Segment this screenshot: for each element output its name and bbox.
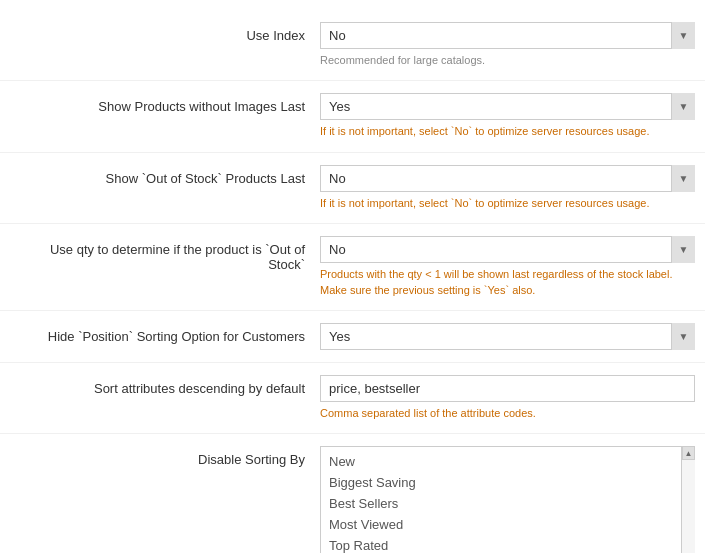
hint-use-index: Recommended for large catalogs. (320, 53, 695, 68)
select-wrapper-use-qty-out-of-stock: NoYes▼ (320, 236, 695, 263)
form-row-disable-sorting-by: Disable Sorting ByNewBiggest SavingBest … (0, 434, 705, 553)
form-row-show-products-without-images-last: Show Products without Images LastYesNo▼I… (0, 81, 705, 152)
multiselect-option[interactable]: Best Sellers (321, 493, 694, 514)
select-show-products-without-images-last[interactable]: YesNo (320, 93, 695, 120)
field-use-qty-out-of-stock: NoYes▼Products with the qty < 1 will be … (320, 236, 695, 298)
field-sort-attributes-descending: Comma separated list of the attribute co… (320, 375, 695, 421)
scroll-track (682, 460, 695, 553)
form-row-hide-position-sorting: Hide `Position` Sorting Option for Custo… (0, 311, 705, 363)
scrollbar: ▲▼ (681, 446, 695, 553)
scroll-up-button[interactable]: ▲ (682, 446, 695, 460)
form-row-use-index: Use IndexNoYes▼Recommended for large cat… (0, 10, 705, 81)
select-hide-position-sorting[interactable]: YesNo (320, 323, 695, 350)
label-use-qty-out-of-stock: Use qty to determine if the product is `… (10, 236, 320, 272)
field-show-out-of-stock-products-last: NoYes▼If it is not important, select `No… (320, 165, 695, 211)
multiselect-option[interactable]: Most Viewed (321, 514, 694, 535)
label-show-products-without-images-last: Show Products without Images Last (10, 93, 320, 114)
label-use-index: Use Index (10, 22, 320, 43)
multiselect-wrapper-disable-sorting-by: NewBiggest SavingBest SellersMost Viewed… (320, 446, 695, 553)
hint-use-qty-out-of-stock: Products with the qty < 1 will be shown … (320, 267, 695, 298)
text-input-sort-attributes-descending[interactable] (320, 375, 695, 402)
hint-show-products-without-images-last: If it is not important, select `No` to o… (320, 124, 695, 139)
multiselect-option[interactable]: Top Rated (321, 535, 694, 553)
select-wrapper-hide-position-sorting: YesNo▼ (320, 323, 695, 350)
form-row-sort-attributes-descending: Sort attributes descending by defaultCom… (0, 363, 705, 434)
multiselect-option[interactable]: New (321, 451, 694, 472)
label-hide-position-sorting: Hide `Position` Sorting Option for Custo… (10, 323, 320, 344)
label-show-out-of-stock-products-last: Show `Out of Stock` Products Last (10, 165, 320, 186)
select-show-out-of-stock-products-last[interactable]: NoYes (320, 165, 695, 192)
label-disable-sorting-by: Disable Sorting By (10, 446, 320, 467)
select-wrapper-use-index: NoYes▼ (320, 22, 695, 49)
form-row-use-qty-out-of-stock: Use qty to determine if the product is `… (0, 224, 705, 311)
hint-show-out-of-stock-products-last: If it is not important, select `No` to o… (320, 196, 695, 211)
select-use-index[interactable]: NoYes (320, 22, 695, 49)
field-disable-sorting-by: NewBiggest SavingBest SellersMost Viewed… (320, 446, 695, 553)
select-use-qty-out-of-stock[interactable]: NoYes (320, 236, 695, 263)
select-wrapper-show-products-without-images-last: YesNo▼ (320, 93, 695, 120)
field-hide-position-sorting: YesNo▼ (320, 323, 695, 350)
hint-sort-attributes-descending: Comma separated list of the attribute co… (320, 406, 695, 421)
field-show-products-without-images-last: YesNo▼If it is not important, select `No… (320, 93, 695, 139)
select-wrapper-show-out-of-stock-products-last: NoYes▼ (320, 165, 695, 192)
multiselect-box-disable-sorting-by[interactable]: NewBiggest SavingBest SellersMost Viewed… (320, 446, 695, 553)
label-sort-attributes-descending: Sort attributes descending by default (10, 375, 320, 396)
settings-form: Use IndexNoYes▼Recommended for large cat… (0, 0, 705, 553)
form-row-show-out-of-stock-products-last: Show `Out of Stock` Products LastNoYes▼I… (0, 153, 705, 224)
field-use-index: NoYes▼Recommended for large catalogs. (320, 22, 695, 68)
multiselect-option[interactable]: Biggest Saving (321, 472, 694, 493)
